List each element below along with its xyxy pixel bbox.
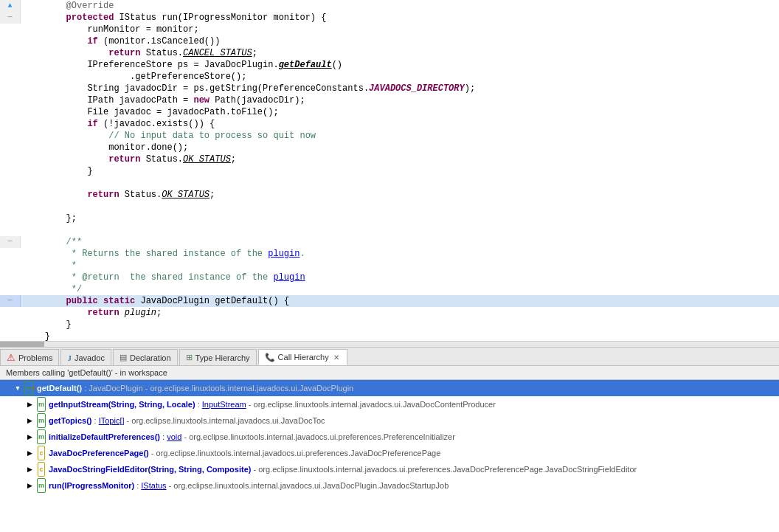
code-text-9: IPath javadocPath = new Path(javadocDir)…	[21, 94, 779, 106]
code-text-14: return Status.OK_STATUS;	[21, 153, 779, 165]
code-line-15: }	[0, 165, 779, 177]
code-editor-area: ▲ @Override ─ protected IStatus run(IPro…	[0, 0, 779, 347]
child1-icon: m	[35, 398, 47, 410]
code-text-28: }	[21, 319, 779, 331]
code-text-22: * Returns the shared instance of the plu…	[21, 248, 779, 260]
child2-arrow[interactable]: ▶	[24, 414, 35, 427]
code-text-b3	[21, 224, 779, 236]
gutter-21: ─	[0, 236, 21, 248]
code-line-27: return plugin;	[0, 307, 779, 319]
code-text-11: if (!javadoc.exists()) {	[21, 118, 779, 130]
tree-item-child1[interactable]: ▶ m getInputStream(String, String, Local…	[0, 396, 779, 412]
code-text-5: return Status.CANCEL_STATUS;	[21, 47, 779, 59]
tab-type-hierarchy-label: Type Hierarchy	[195, 353, 250, 362]
code-line-19: };	[0, 213, 779, 224]
code-line-25: */	[0, 283, 779, 295]
child6-icon: m	[35, 480, 47, 491]
code-line-23: *	[0, 260, 779, 272]
code-text-23: *	[21, 260, 779, 272]
panel-header-text: Members calling 'getDefault()' - in work…	[6, 368, 167, 377]
code-line-7: .getPreferenceStore();	[0, 71, 779, 83]
code-text-8: String javadocDir = ps.getString(Prefere…	[21, 83, 779, 94]
code-text-1: @Override	[21, 0, 779, 12]
tab-call-hierarchy-label: Call Hierarchy	[278, 353, 329, 362]
call-hierarchy-icon: 📞	[265, 353, 275, 362]
code-line-28: }	[0, 319, 779, 331]
code-line-1: ▲ @Override	[0, 0, 779, 12]
code-text-26: public static JavaDocPlugin getDefault()…	[21, 295, 779, 307]
code-text-12: // No input data to process so quit now	[21, 130, 779, 142]
code-text-b2	[21, 201, 779, 213]
javadoc-icon: J	[67, 353, 72, 362]
panel-tree[interactable]: ▼ m ● getDefault() : JavaDocPlugin - org…	[0, 380, 779, 532]
code-text-b1	[21, 177, 779, 189]
code-text-27: return plugin;	[21, 307, 779, 319]
code-line-24: * @return the shared instance of the plu…	[0, 272, 779, 283]
code-line-blank3	[0, 224, 779, 236]
code-line-2: ─ protected IStatus run(IProgressMonitor…	[0, 12, 779, 24]
code-line-9: IPath javadocPath = new Path(javadocDir)…	[0, 94, 779, 106]
horizontal-scrollbar[interactable]	[0, 341, 779, 347]
panel-header: Members calling 'getDefault()' - in work…	[0, 366, 779, 380]
child5-icon: c	[35, 463, 47, 475]
child3-text: initializeDefaultPreferences() : void - …	[49, 430, 779, 443]
code-text-19: };	[21, 213, 779, 224]
child6-text: run(IProgressMonitor) : IStatus - org.ec…	[49, 479, 779, 492]
child4-icon: c	[35, 447, 47, 459]
code-line-6: IPreferenceStore ps = JavaDocPlugin.getD…	[0, 59, 779, 71]
tab-problems-label: Problems	[18, 353, 52, 362]
call-hierarchy-panel: Members calling 'getDefault()' - in work…	[0, 366, 779, 532]
code-line-13: monitor.done();	[0, 142, 779, 153]
code-line-10: File javadoc = javadocPath.toFile();	[0, 106, 779, 118]
code-line-8: String javadocDir = ps.getString(Prefere…	[0, 83, 779, 94]
code-text-6: IPreferenceStore ps = JavaDocPlugin.getD…	[21, 59, 779, 71]
tab-call-hierarchy[interactable]: 📞 Call Hierarchy ✕	[258, 349, 347, 365]
tree-item-child5[interactable]: ▶ c JavaDocStringFieldEditor(String, Str…	[0, 461, 779, 477]
tab-bar: ⚠ Problems J Javadoc ▤ Declaration ⊞ Typ…	[0, 347, 779, 366]
tab-problems[interactable]: ⚠ Problems	[0, 349, 59, 365]
child2-icon: m	[35, 415, 47, 426]
tab-declaration[interactable]: ▤ Declaration	[113, 349, 178, 365]
code-line-21: ─ /**	[0, 236, 779, 248]
root-arrow[interactable]: ▼	[12, 381, 24, 395]
code-scroll-area[interactable]: ▲ @Override ─ protected IStatus run(IPro…	[0, 0, 779, 347]
child5-text: JavaDocStringFieldEditor(String, String,…	[49, 463, 779, 476]
child4-arrow[interactable]: ▶	[24, 446, 35, 460]
code-text-15: }	[21, 165, 779, 177]
gutter-2: ─	[0, 12, 21, 24]
tree-item-child6[interactable]: ▶ m run(IProgressMonitor) : IStatus - or…	[0, 477, 779, 494]
code-line-11: if (!javadoc.exists()) {	[0, 118, 779, 130]
child1-text: getInputStream(String, String, Locale) :…	[49, 398, 779, 411]
code-text-25: */	[21, 283, 779, 295]
child1-arrow[interactable]: ▶	[24, 398, 35, 411]
code-text-10: File javadoc = javadocPath.toFile();	[21, 106, 779, 118]
code-text-3: runMonitor = monitor;	[21, 24, 779, 35]
tab-close-button[interactable]: ✕	[332, 353, 341, 362]
root-item-text: getDefault() : JavaDocPlugin - org.eclip…	[37, 381, 779, 395]
tab-type-hierarchy[interactable]: ⊞ Type Hierarchy	[179, 349, 257, 365]
code-text-24: * @return the shared instance of the plu…	[21, 272, 779, 283]
child3-icon: m	[35, 431, 47, 443]
tree-item-root[interactable]: ▼ m ● getDefault() : JavaDocPlugin - org…	[0, 380, 779, 396]
child5-arrow[interactable]: ▶	[24, 463, 35, 476]
code-text-7: .getPreferenceStore();	[21, 71, 779, 83]
code-line-26: ─ public static JavaDocPlugin getDefault…	[0, 295, 779, 307]
gutter-1: ▲	[0, 0, 21, 12]
code-text-21: /**	[21, 236, 779, 248]
child3-arrow[interactable]: ▶	[24, 430, 35, 443]
code-text-17: return Status.OK_STATUS;	[21, 189, 779, 201]
code-line-14: return Status.OK_STATUS;	[0, 153, 779, 165]
code-line-5: return Status.CANCEL_STATUS;	[0, 47, 779, 59]
tree-item-child3[interactable]: ▶ m initializeDefaultPreferences() : voi…	[0, 429, 779, 445]
warning-icon: ⚠	[7, 352, 15, 363]
child2-text: getTopics() : ITopic[] - org.eclipse.lin…	[49, 414, 779, 427]
root-method-icon: m ●	[24, 382, 35, 394]
code-line-4: if (monitor.isCanceled())	[0, 35, 779, 47]
gutter-26: ─	[0, 295, 21, 307]
code-line-blank2	[0, 201, 779, 213]
tree-item-child2[interactable]: ▶ m getTopics() : ITopic[] - org.eclipse…	[0, 412, 779, 429]
code-line-17: return Status.OK_STATUS;	[0, 189, 779, 201]
tab-javadoc[interactable]: J Javadoc	[60, 349, 111, 365]
tree-item-child4[interactable]: ▶ c JavaDocPreferencePage() - org.eclips…	[0, 445, 779, 461]
child6-arrow[interactable]: ▶	[24, 479, 35, 492]
